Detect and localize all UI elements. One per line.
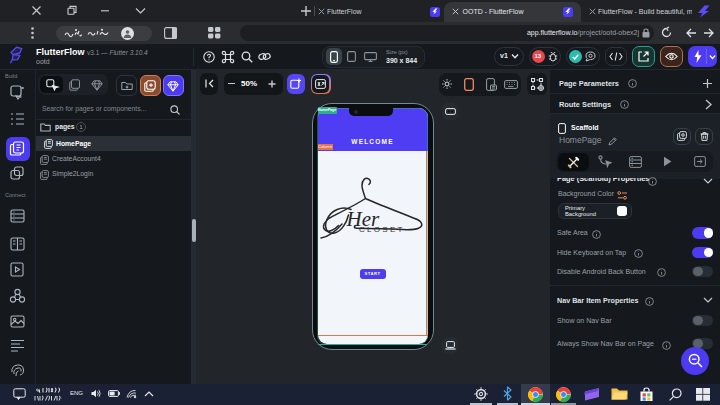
svg-text:CLOSET: CLOSET [359,225,405,234]
